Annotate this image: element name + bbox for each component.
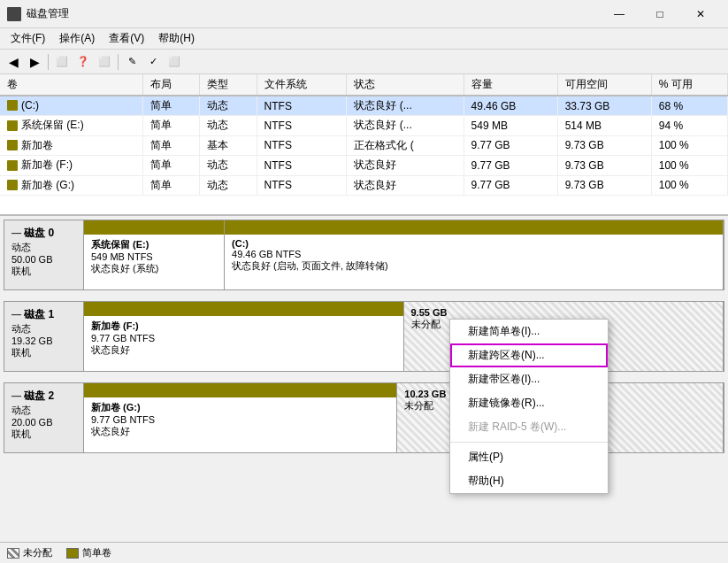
- context-menu-item[interactable]: 新建简单卷(I)...: [450, 320, 608, 343]
- partition-size: 9.77 GB NTFS: [91, 333, 396, 343]
- menu-file[interactable]: 文件(F): [4, 29, 52, 48]
- disk-spacer: [4, 294, 724, 301]
- partition-status: 状态良好: [91, 425, 389, 438]
- toolbar-btn6[interactable]: ⬜: [165, 52, 184, 72]
- col-type: 类型: [200, 74, 257, 96]
- toolbar-back[interactable]: ◀: [4, 52, 23, 72]
- context-menu-item[interactable]: 属性(P): [450, 445, 608, 469]
- toolbar-forward[interactable]: ▶: [25, 52, 44, 72]
- partition-status: 状态良好: [91, 343, 396, 357]
- partition-status: 状态良好 (启动, 页面文件, 故障转储): [232, 259, 716, 273]
- table-row[interactable]: 新加卷简单基本NTFS正在格式化 (9.77 GB9.73 GB100 %: [0, 135, 728, 156]
- partition-status: 状态良好 (系统): [91, 262, 217, 275]
- context-menu-item: 新建 RAID-5 卷(W)...: [450, 415, 608, 439]
- toolbar-btn2[interactable]: ❓: [73, 52, 93, 72]
- partition[interactable]: 系统保留 (E:) 549 MB NTFS 状态良好 (系统): [84, 220, 225, 289]
- title-bar-left: 磁盘管理: [7, 6, 69, 21]
- partition-content: 系统保留 (E:) 549 MB NTFS 状态良好 (系统): [84, 235, 224, 289]
- disk-status: 联机: [11, 428, 76, 441]
- disk-name: — 磁盘 0: [11, 226, 76, 241]
- toolbar-sep2: [118, 54, 119, 70]
- partition-content: (C:) 49.46 GB NTFS 状态良好 (启动, 页面文件, 故障转储): [225, 235, 723, 289]
- table-row[interactable]: 新加卷 (G:)简单动态NTFS状态良好9.77 GB9.73 GB100 %: [0, 175, 728, 196]
- unalloc-size: 10.23 GB: [404, 389, 446, 399]
- disk-name: — 磁盘 1: [11, 307, 76, 322]
- window-controls: — □ ✕: [599, 0, 721, 28]
- partition-header: [84, 383, 396, 397]
- partition-content: 新加卷 (F:) 9.77 GB NTFS 状态良好: [84, 316, 403, 371]
- context-menu-item[interactable]: 新建镜像卷(R)...: [450, 391, 608, 415]
- legend-unalloc-box: [7, 548, 19, 559]
- menu-help[interactable]: 帮助(H): [151, 29, 202, 48]
- toolbar-btn5[interactable]: ✓: [143, 52, 163, 72]
- legend-unalloc: 未分配: [7, 546, 52, 559]
- partition-header: [225, 220, 723, 235]
- col-vol: 卷: [0, 74, 143, 96]
- menu-action[interactable]: 操作(A): [52, 29, 102, 48]
- disk-spacer: [4, 457, 724, 464]
- table-row[interactable]: 新加卷 (F:)简单动态NTFS状态良好9.77 GB9.73 GB100 %: [0, 156, 728, 176]
- table-row[interactable]: (C:)简单动态NTFS状态良好 (...49.46 GB33.73 GB68 …: [0, 96, 728, 116]
- unalloc-size: 9.55 GB: [411, 307, 448, 318]
- partition-size: 49.46 GB NTFS: [232, 249, 716, 259]
- unalloc-label: 未分配: [404, 399, 433, 413]
- disk-status: 联机: [11, 346, 76, 359]
- disk-size: 50.00 GB: [11, 254, 76, 265]
- disk-partitions: 新加卷 (F:) 9.77 GB NTFS 状态良好 9.55 GB 未分配: [84, 302, 724, 371]
- unalloc-label: 未分配: [411, 318, 441, 331]
- partition-name: 系统保留 (E:): [91, 238, 217, 251]
- toolbar-sep1: [48, 54, 49, 70]
- disk-type: 动态: [11, 322, 76, 335]
- toolbar: ◀ ▶ ⬜ ❓ ⬜ ✎ ✓ ⬜: [0, 50, 728, 74]
- toolbar-btn1[interactable]: ⬜: [52, 52, 72, 72]
- legend-unalloc-label: 未分配: [23, 546, 52, 559]
- disk-label: — 磁盘 1 动态 19.32 GB 联机: [4, 302, 84, 371]
- partition-name: 新加卷 (G:): [91, 401, 389, 414]
- partition-name: (C:): [232, 238, 716, 249]
- context-menu-item[interactable]: 新建跨区卷(N)...: [450, 343, 608, 367]
- context-menu-item[interactable]: 新建带区卷(I)...: [450, 367, 608, 391]
- main-content: 卷 布局 类型 文件系统 状态 容量 可用空间 % 可用 (C:)简单动态NTF…: [0, 74, 728, 542]
- maximize-button[interactable]: □: [640, 0, 680, 28]
- partition-header: [84, 302, 403, 316]
- app-icon: [7, 7, 21, 21]
- status-bar: 未分配 简单卷: [0, 542, 728, 563]
- partition-name: 新加卷 (F:): [91, 320, 396, 333]
- partition-content: 新加卷 (G:) 9.77 GB NTFS 状态良好: [84, 397, 396, 452]
- disk-partitions: 新加卷 (G:) 9.77 GB NTFS 状态良好 10.23 GB 未分配: [84, 383, 724, 452]
- disk-size: 20.00 GB: [11, 417, 76, 428]
- disk-status: 联机: [11, 265, 76, 278]
- disk-spacer: [4, 375, 724, 382]
- legend-simple: 简单卷: [66, 546, 111, 559]
- disk-row: — 磁盘 2 动态 20.00 GB 联机 新加卷 (G:) 9.77 GB N…: [4, 382, 724, 453]
- col-capacity: 容量: [464, 74, 557, 96]
- partition[interactable]: 新加卷 (G:) 9.77 GB NTFS 状态良好: [84, 383, 397, 452]
- partition[interactable]: (C:) 49.46 GB NTFS 状态良好 (启动, 页面文件, 故障转储): [225, 220, 724, 289]
- volumes-table: 卷 布局 类型 文件系统 状态 容量 可用空间 % 可用 (C:)简单动态NTF…: [0, 74, 728, 196]
- disk-label: — 磁盘 2 动态 20.00 GB 联机: [4, 383, 84, 452]
- disk-row: — 磁盘 1 动态 19.32 GB 联机 新加卷 (F:) 9.77 GB N…: [4, 301, 724, 372]
- context-menu: 新建简单卷(I)...新建跨区卷(N)...新建带区卷(I)...新建镜像卷(R…: [449, 319, 609, 494]
- close-button[interactable]: ✕: [680, 0, 721, 28]
- table-row[interactable]: 系统保留 (E:)简单动态NTFS状态良好 (...549 MB514 MB94…: [0, 116, 728, 136]
- legend-simple-label: 简单卷: [82, 546, 111, 559]
- title-bar: 磁盘管理 — □ ✕: [0, 0, 728, 28]
- toolbar-btn3[interactable]: ⬜: [95, 52, 114, 72]
- menu-view[interactable]: 查看(V): [102, 29, 151, 48]
- context-menu-item[interactable]: 帮助(H): [450, 469, 608, 493]
- disk-size: 19.32 GB: [11, 335, 76, 346]
- disk-partitions: 系统保留 (E:) 549 MB NTFS 状态良好 (系统) (C:) 49.…: [84, 220, 724, 289]
- menu-bar: 文件(F) 操作(A) 查看(V) 帮助(H): [0, 28, 728, 50]
- legend-simple-box: [66, 548, 79, 559]
- toolbar-btn4[interactable]: ✎: [122, 52, 142, 72]
- col-free: 可用空间: [557, 74, 651, 96]
- col-pct: % 可用: [651, 74, 727, 96]
- minimize-button[interactable]: —: [599, 0, 640, 28]
- disk-section: — 磁盘 0 动态 50.00 GB 联机 系统保留 (E:) 549 MB N…: [0, 216, 728, 542]
- col-fs: 文件系统: [257, 74, 347, 96]
- partition[interactable]: 新加卷 (F:) 9.77 GB NTFS 状态良好: [84, 302, 404, 371]
- disk-type: 动态: [11, 241, 76, 254]
- disk-type: 动态: [11, 404, 76, 417]
- context-menu-separator: [450, 442, 608, 443]
- disk-label: — 磁盘 0 动态 50.00 GB 联机: [4, 220, 84, 289]
